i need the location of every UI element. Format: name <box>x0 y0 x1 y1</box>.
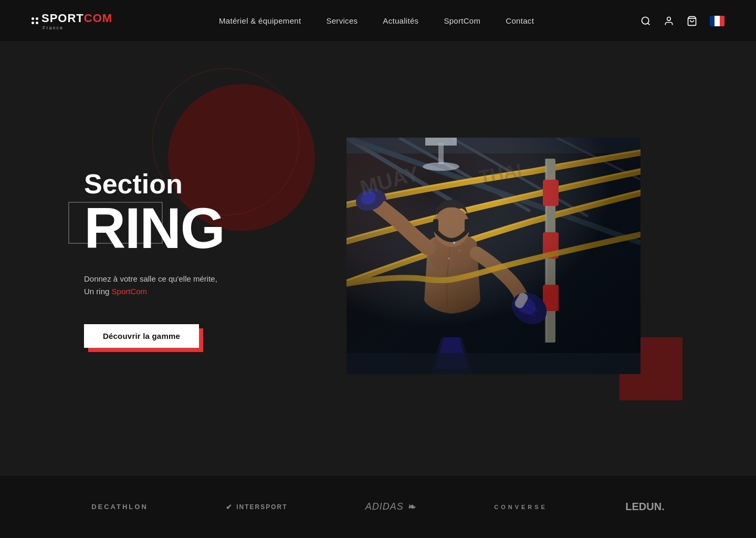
brand-ledun-label: Ledun. <box>625 501 664 513</box>
cart-icon <box>687 16 697 26</box>
nav-materiel[interactable]: Matériel & équipement <box>219 16 301 25</box>
brands-bar: DECATHLON ✔ INTERSPORT adidas ❧ CONVERSE… <box>0 475 756 538</box>
intersport-check: ✔ <box>226 503 233 511</box>
svg-point-35 <box>448 258 450 260</box>
account-button[interactable] <box>664 16 674 26</box>
adidas-trefoil: ❧ <box>408 501 416 513</box>
discover-button[interactable]: Découvrir la gamme <box>84 324 199 348</box>
language-flag[interactable] <box>710 16 724 26</box>
brand-intersport-label: INTERSPORT <box>236 503 287 511</box>
logo-text: SPORTCOM <box>41 12 112 25</box>
search-button[interactable] <box>640 16 651 26</box>
svg-point-2 <box>667 17 671 20</box>
account-icon <box>664 16 674 26</box>
hero-desc-line1: Donnez à votre salle ce qu'elle mérite, <box>84 274 217 283</box>
brand-intersport: ✔ INTERSPORT <box>226 503 287 511</box>
hero-desc-brand: SportCom <box>112 287 148 296</box>
hero-content: Section RING Donnez à votre salle ce qu'… <box>84 169 304 348</box>
brand-converse: CONVERSE <box>494 504 548 510</box>
site-header: SPORTCOM France Matériel & équipement Se… <box>0 0 756 42</box>
hero-title-ring: RING <box>84 199 304 257</box>
logo-sub: France <box>43 25 112 30</box>
search-icon <box>640 16 651 26</box>
hero-desc-line2: Un ring <box>84 287 112 296</box>
nav-services[interactable]: Services <box>326 16 358 25</box>
brand-decathlon-label: DECATHLON <box>91 503 148 511</box>
hero-image-area: MUAY THAI <box>346 138 704 379</box>
nav-actualites[interactable]: Actualités <box>383 16 418 25</box>
logo[interactable]: SPORTCOM France <box>32 12 112 30</box>
brand-adidas: adidas ❧ <box>365 501 416 513</box>
logo-dots <box>32 17 38 24</box>
brand-decathlon: DECATHLON <box>91 503 148 511</box>
svg-line-1 <box>648 23 650 25</box>
hero-image-container: MUAY THAI <box>346 138 651 379</box>
hero-section: Section RING Donnez à votre salle ce qu'… <box>0 42 756 475</box>
svg-rect-33 <box>346 353 640 374</box>
brand-converse-label: CONVERSE <box>494 504 548 510</box>
boxing-scene-svg: MUAY THAI <box>346 138 640 374</box>
hero-title-section: Section <box>84 169 304 199</box>
brand-ledun: Ledun. <box>625 501 664 513</box>
brand-adidas-label: adidas <box>365 501 404 512</box>
svg-point-0 <box>642 17 649 24</box>
header-icons <box>640 16 724 26</box>
hero-image: MUAY THAI <box>346 138 640 374</box>
hero-description: Donnez à votre salle ce qu'elle mérite, … <box>84 273 304 298</box>
nav-sportcom[interactable]: SportCom <box>444 16 480 25</box>
main-nav: Matériel & équipement Services Actualité… <box>219 16 534 25</box>
svg-point-36 <box>459 250 460 251</box>
svg-point-34 <box>453 242 455 244</box>
cart-button[interactable] <box>687 16 697 26</box>
nav-contact[interactable]: Contact <box>506 16 534 25</box>
